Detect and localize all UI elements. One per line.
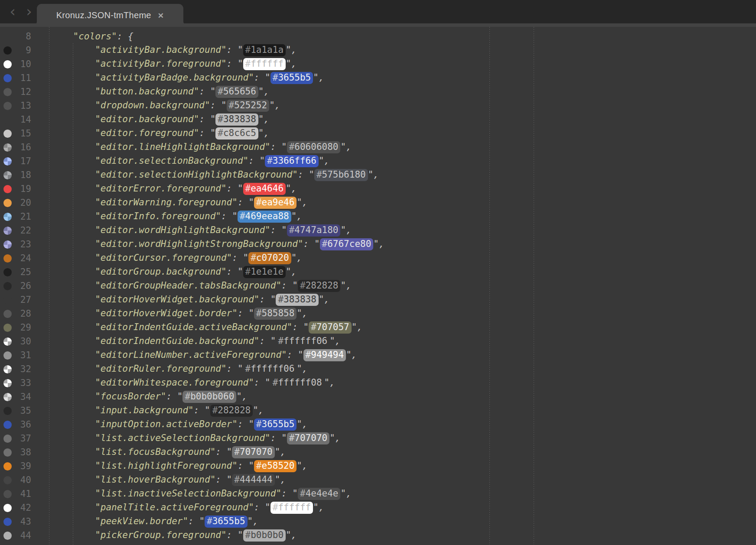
- color-value-pill: #c07020: [248, 252, 291, 264]
- code-line[interactable]: 25 "editorGroup.background": "#1e1e1e",: [0, 265, 756, 279]
- color-value-pill: #3366ff66: [265, 155, 319, 167]
- code-line[interactable]: 23 "editor.wordHighlightStrongBackground…: [0, 237, 756, 251]
- code-line[interactable]: 30 "editorIndentGuide.background": "#fff…: [0, 334, 756, 348]
- code-line[interactable]: 16 "editor.lineHighlightBackground": "#6…: [0, 140, 756, 154]
- line-number: 41: [12, 489, 31, 499]
- color-swatch: [3, 365, 12, 373]
- color-value-pill: #4747a180: [287, 224, 341, 237]
- code-line[interactable]: 9 "activityBar.background": "#1a1a1a",: [0, 43, 756, 57]
- color-value-pill: #ffffff06: [276, 335, 329, 347]
- gutter: 10: [0, 57, 51, 71]
- line-number: 33: [12, 378, 31, 388]
- json-key: "editor.selectionBackground": [95, 156, 248, 166]
- color-value-pill: #469eea88: [238, 211, 291, 223]
- code-line[interactable]: 33 "editorWhitespace.foreground": "#ffff…: [0, 376, 756, 390]
- color-swatch: [3, 130, 12, 138]
- code-line[interactable]: 41 "list.inactiveSelectionBackground": "…: [0, 487, 756, 501]
- code-line[interactable]: 18 "editor.selectionHighlightBackground"…: [0, 168, 756, 182]
- code-text: "editor.lineHighlightBackground": "#6060…: [51, 141, 352, 153]
- code-line[interactable]: 19 "editorError.foreground": "#ea4646",: [0, 182, 756, 196]
- color-value-pill: #60606080: [287, 141, 341, 153]
- code-line[interactable]: 43 "peekView.border": "#3655b5",: [0, 515, 756, 529]
- hash-prefix: #: [273, 377, 278, 388]
- line-number: 25: [12, 267, 31, 277]
- code-line[interactable]: 13 "dropdown.background": "#525252",: [0, 99, 756, 113]
- hash-prefix: #: [245, 266, 251, 277]
- color-value-pill: #ffffff: [243, 58, 286, 70]
- code-line[interactable]: 37 "list.activeSelectionBackground": "#7…: [0, 431, 756, 445]
- code-line[interactable]: 21 "editorInfo.foreground": "#469eea88",: [0, 210, 756, 224]
- gutter: 22: [0, 224, 51, 237]
- code-line[interactable]: 31 "editorLineNumber.activeForeground": …: [0, 348, 756, 362]
- color-value-pill: #c8c6c5: [215, 127, 258, 139]
- hash-prefix: #: [245, 530, 251, 540]
- back-icon[interactable]: ‹: [7, 2, 18, 21]
- code-line[interactable]: 36 "inputOption.activeBorder": "#3655b5"…: [0, 418, 756, 431]
- line-number: 37: [12, 433, 31, 444]
- code-line[interactable]: 29 "editorIndentGuide.activeBackground":…: [0, 321, 756, 334]
- code-text: "editor.selectionBackground": "#3366ff66…: [51, 155, 329, 167]
- json-key: "list.hoverBackground": [95, 474, 215, 485]
- hash-prefix: #: [245, 45, 251, 55]
- color-value-pill: #3655b5: [254, 418, 297, 431]
- color-value-pill: #4e4e4e: [298, 488, 341, 500]
- code-line[interactable]: 38 "list.focusBackground": "#707070",: [0, 445, 756, 459]
- color-swatch: [3, 282, 12, 290]
- code-line[interactable]: 39 "list.highlightForeground": "#e58520"…: [0, 459, 756, 473]
- code-text: "editorError.foreground": "#ea4646",: [51, 183, 297, 195]
- code-line[interactable]: 26 "editorGroupHeader.tabsBackground": "…: [0, 279, 756, 293]
- code-line[interactable]: 42 "panelTitle.activeForeground": "#ffff…: [0, 501, 756, 515]
- editor[interactable]: 8 "colors": {9 "activityBar.background":…: [0, 27, 756, 545]
- color-swatch: [3, 393, 12, 401]
- color-value-pill: #1a1a1a: [243, 44, 286, 56]
- gutter: 37: [0, 431, 51, 445]
- code-line[interactable]: 22 "editor.wordHighlightBackground": "#4…: [0, 224, 756, 237]
- code-line[interactable]: 20 "editorWarning.foreground": "#ea9e46"…: [0, 196, 756, 210]
- color-swatch: [3, 532, 12, 540]
- json-key: "editorRuler.foreground": [95, 363, 226, 374]
- color-swatch: [3, 435, 12, 443]
- code-text: "editor.selectionHighlightBackground": "…: [51, 169, 379, 181]
- hash-prefix: #: [234, 447, 240, 457]
- close-icon[interactable]: ✕: [158, 11, 164, 20]
- color-swatch: [3, 504, 12, 512]
- forward-icon[interactable]: ›: [23, 2, 35, 21]
- code-line[interactable]: 28 "editorHoverWidget.border": "#585858"…: [0, 307, 756, 321]
- gutter: 29: [0, 321, 51, 334]
- code-line[interactable]: 8 "colors": {: [0, 29, 756, 43]
- line-number: 29: [12, 322, 31, 333]
- code-line[interactable]: 40 "list.hoverBackground": "#444444",: [0, 473, 756, 487]
- code-line[interactable]: 15 "editor.foreground": "#c8c6c5",: [0, 127, 756, 140]
- color-value-pill: #3655b5: [270, 72, 313, 84]
- code-line[interactable]: 35 "input.background": "#282828",: [0, 404, 756, 418]
- gutter: 8: [0, 29, 51, 43]
- color-swatch: [3, 296, 12, 304]
- line-number: 30: [12, 336, 31, 347]
- gutter: 19: [0, 182, 51, 196]
- code-line[interactable]: 10 "activityBar.foreground": "#ffffff",: [0, 57, 756, 71]
- line-number: 28: [12, 308, 31, 319]
- gutter: 20: [0, 196, 51, 210]
- color-value-pill: #282828: [210, 405, 253, 417]
- code-line[interactable]: 11 "activityBarBadge.background": "#3655…: [0, 71, 756, 85]
- code-line[interactable]: 24 "editorCursor.foreground": "#c07020",: [0, 251, 756, 265]
- code-line[interactable]: 44 "pickerGroup.foreground": "#b0b0b0",: [0, 529, 756, 542]
- gutter: 11: [0, 71, 51, 85]
- code-line[interactable]: 32 "editorRuler.foreground": "#ffffff06"…: [0, 362, 756, 376]
- code-text: "editor.foreground": "#c8c6c5",: [51, 127, 269, 139]
- gutter: 14: [0, 113, 51, 127]
- code-text: "editorIndentGuide.background": "#ffffff…: [51, 335, 341, 347]
- color-swatch: [3, 476, 12, 484]
- code-line[interactable]: 14 "editor.background": "#383838",: [0, 113, 756, 127]
- tab-kronuz-json-tmtheme[interactable]: Kronuz.JSON-tmTheme ✕: [37, 4, 183, 27]
- gutter: 44: [0, 529, 51, 542]
- gutter: 32: [0, 362, 51, 376]
- gutter: 28: [0, 307, 51, 321]
- code-text: "editorHoverWidget.border": "#585858",: [51, 308, 308, 320]
- color-value-pill: #3655b5: [205, 516, 248, 528]
- code-line[interactable]: 17 "editor.selectionBackground": "#3366f…: [0, 154, 756, 168]
- code-text: "activityBar.background": "#1a1a1a",: [51, 44, 297, 56]
- code-line[interactable]: 12 "button.background": "#565656",: [0, 85, 756, 99]
- code-line[interactable]: 27 "editorHoverWidget.background": "#383…: [0, 293, 756, 307]
- code-line[interactable]: 34 "focusBorder": "#b0b0b060",: [0, 390, 756, 404]
